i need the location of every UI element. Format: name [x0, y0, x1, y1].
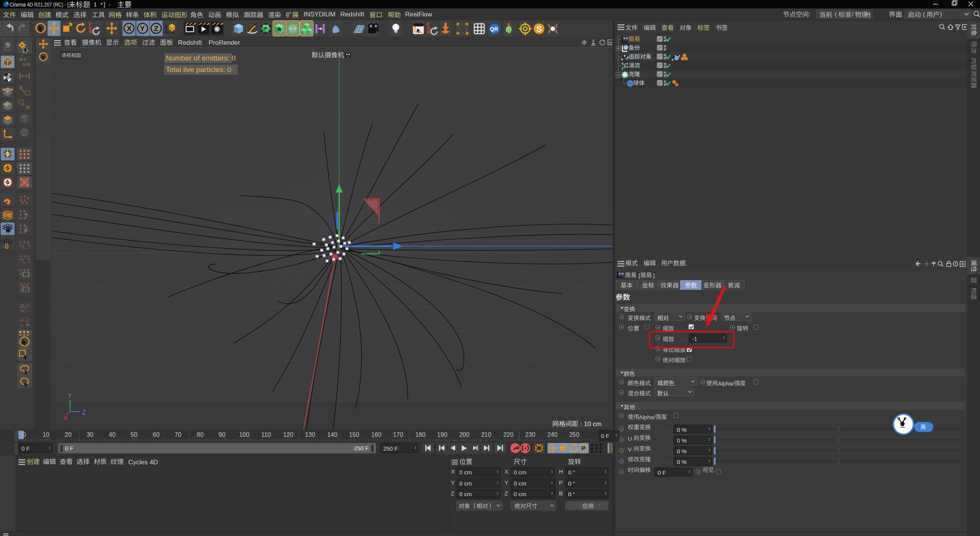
svg-text:X: X	[64, 415, 68, 422]
svg-text:Z: Z	[82, 409, 86, 416]
svg-text:Y: Y	[140, 25, 145, 33]
svg-text:R: R	[89, 29, 92, 34]
svg-text:S: S	[536, 24, 542, 34]
svg-text:S: S	[6, 165, 9, 171]
svg-text:(): ()	[5, 243, 8, 249]
svg-text:S: S	[6, 179, 9, 185]
svg-text:Z: Z	[154, 25, 158, 33]
svg-text:QR: QR	[490, 26, 498, 32]
svg-text:S: S	[6, 151, 9, 157]
svg-text:R: R	[427, 29, 430, 34]
svg-text:X: X	[127, 25, 132, 33]
svg-text:P: P	[581, 445, 585, 451]
svg-text:Y: Y	[68, 393, 72, 399]
